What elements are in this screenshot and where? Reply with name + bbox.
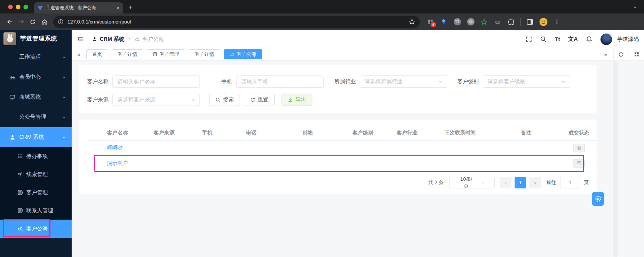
site-info-icon[interactable] (58, 19, 64, 25)
tabs-scroll-right-button[interactable]: » (598, 48, 613, 60)
app-logo[interactable]: 芋道管理系统 (0, 30, 72, 47)
sidebar-item-contact[interactable]: 联系人管理 (0, 202, 72, 220)
extension-kite-icon[interactable] (439, 18, 448, 26)
industry-select[interactable]: 请选择所属行业 (360, 76, 447, 88)
search-button[interactable]: 搜索 (209, 94, 240, 106)
col-level: 客户级别 (340, 126, 386, 140)
extension-layers-icon[interactable] (493, 18, 502, 26)
customer-link[interactable]: 演示客户 (107, 160, 128, 166)
prev-page-button[interactable]: ‹ (500, 177, 512, 188)
layout-grid-icon[interactable] (629, 48, 644, 60)
extensions-bar: 6 (426, 18, 561, 26)
chevron-down-icon (62, 75, 66, 79)
search-icon[interactable] (540, 36, 547, 42)
new-tab-button[interactable]: + (129, 3, 132, 11)
extension-dot-icon[interactable] (466, 18, 475, 26)
filter-label: 客户名称 (87, 78, 109, 85)
bookmark-star-icon[interactable] (409, 18, 415, 25)
chevron-down-icon (62, 115, 66, 119)
tab-label: 首页 (92, 51, 102, 58)
theme-settings-button[interactable] (592, 192, 604, 206)
breadcrumb: CRM 系统 / 客户公海 (92, 36, 164, 43)
goto-page-input[interactable] (560, 177, 580, 188)
user-avatar[interactable] (600, 34, 612, 45)
extension-grid-icon[interactable]: 6 (426, 18, 434, 26)
home-button[interactable] (39, 16, 50, 28)
col-next-contact-time: 下次联系时间 (429, 126, 491, 140)
customer-link[interactable]: 呵呵哒 (107, 145, 123, 151)
extension-command-icon[interactable] (453, 18, 461, 26)
page-number-1[interactable]: 1 (515, 177, 526, 188)
url-text[interactable]: 127.0.0.1/crm/customer/pool (67, 19, 131, 25)
contact-book-icon (17, 208, 23, 213)
reload-button[interactable] (27, 16, 39, 28)
filter-card: 客户名称 手机 所属行业 请选择所属行业 (79, 65, 597, 113)
todo-list-icon (17, 153, 23, 159)
sidebar-item-label: 会员中心 (19, 74, 41, 81)
tab-home[interactable]: 首页 (86, 49, 108, 59)
browser-menu-icon[interactable] (553, 18, 561, 26)
tab-customer-manage[interactable]: 客户管理 (147, 49, 185, 59)
customer-pool-table: 客户名称 客户来源 手机 电话 邮箱 客户级别 客户行业 下次联系时间 备注 成… (87, 126, 597, 171)
bell-icon[interactable] (586, 36, 592, 42)
refresh-page-icon[interactable] (613, 48, 629, 60)
sidebar-item-customer-pool[interactable]: 客户公海 (0, 220, 72, 238)
forward-button[interactable] (15, 16, 27, 28)
export-button[interactable]: 导出 (282, 94, 312, 106)
side-panel-icon[interactable] (526, 18, 534, 26)
sidebar-item-crm[interactable]: CRM 系统 (0, 127, 72, 147)
tab-customer-detail-1[interactable]: 客户详情 (112, 49, 143, 59)
window-controls[interactable] (8, 5, 28, 9)
sidebar-menu: 工作流程 会员中心 商城系统 公众号管理 CRM 系统 (0, 47, 72, 238)
reset-button[interactable]: 重置 (244, 94, 275, 106)
browser-tab[interactable]: 芋道管理系统 - 客户公海 × (34, 2, 123, 13)
page-size-select[interactable]: 10条/页 (449, 177, 495, 188)
refresh-icon (250, 97, 255, 102)
table-row: 演示客户 否 (87, 156, 597, 171)
sidebar-item-todo[interactable]: 待办事项 (0, 147, 72, 165)
sidebar-item-label: 客户公海 (26, 225, 48, 232)
sidebar-item-member[interactable]: 会员中心 (0, 67, 72, 87)
maximize-window-button[interactable] (23, 5, 28, 9)
sidebar-item-mall[interactable]: 商城系统 (0, 87, 72, 107)
fullscreen-icon[interactable] (526, 36, 532, 42)
username[interactable]: 芋道源码 (617, 36, 639, 43)
tab-close-icon[interactable]: × (116, 5, 119, 11)
tab-search-chevron-icon[interactable] (631, 3, 639, 12)
filter-mobile: 手机 (221, 76, 324, 88)
customer-name-input[interactable] (112, 76, 200, 88)
table-card: 客户名称 客户来源 手机 电话 邮箱 客户级别 客户行业 下次联系时间 备注 成… (79, 119, 597, 194)
tabs-scroll-left-button[interactable]: « (72, 48, 86, 60)
tab-customer-detail-2[interactable]: 客户详情 (189, 49, 220, 59)
close-window-button[interactable] (8, 5, 13, 9)
sidebar-item-label: 公众号管理 (19, 114, 46, 121)
locale-icon[interactable]: 文A (568, 35, 578, 43)
select-placeholder: 请选择所属行业 (365, 78, 438, 85)
collapse-menu-icon[interactable] (77, 36, 84, 42)
mobile-input[interactable] (236, 76, 324, 88)
breadcrumb-customer-pool: 客户公海 (143, 36, 164, 43)
content-scrollbar[interactable] (613, 61, 618, 257)
sidebar-item-clue[interactable]: 线索管理 (0, 165, 72, 183)
chevron-down-icon (62, 55, 66, 59)
sidebar-item-official-account[interactable]: 公众号管理 (0, 107, 72, 127)
font-size-icon[interactable]: Tt (555, 36, 560, 42)
tab-customer-pool[interactable]: 客户公海 (224, 49, 262, 59)
next-page-button[interactable]: › (529, 177, 541, 188)
filter-label: 客户来源 (87, 96, 109, 103)
back-button[interactable] (4, 16, 15, 28)
pagination-total: 共 2 条 (428, 179, 444, 186)
url-bar[interactable]: 127.0.0.1/crm/customer/pool (53, 16, 420, 28)
breadcrumb-crm[interactable]: CRM 系统 (100, 36, 124, 43)
extension-star-icon[interactable] (480, 18, 488, 26)
logo-rabbit-avatar (3, 32, 16, 45)
sidebar-item-workflow[interactable]: 工作流程 (0, 47, 72, 67)
col-phone: 电话 (227, 126, 275, 140)
filter-label: 手机 (221, 78, 232, 85)
profile-avatar-icon[interactable] (539, 18, 548, 26)
minimize-window-button[interactable] (16, 5, 20, 9)
level-select[interactable]: 请选择客户级别 (483, 76, 570, 88)
sidebar-item-customer[interactable]: 客户管理 (0, 183, 72, 202)
source-select[interactable]: 请选择客户来源 (112, 94, 200, 106)
extensions-puzzle-icon[interactable] (507, 18, 515, 26)
